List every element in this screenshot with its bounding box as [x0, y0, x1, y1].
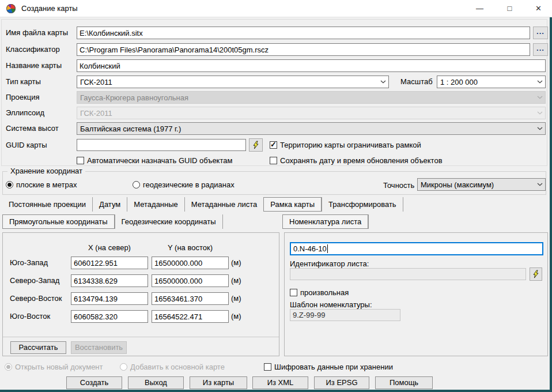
tab-datum[interactable]: Датум — [92, 197, 127, 212]
chevron-down-icon — [535, 111, 545, 115]
exit-button[interactable]: Выход — [128, 376, 184, 389]
scale-combo[interactable]: 1 : 200 000 — [437, 76, 546, 88]
nomenclature-input[interactable] — [290, 242, 543, 255]
corner-label-nw: Северо-Запад — [10, 276, 59, 285]
app-icon — [6, 4, 16, 13]
file-name-label: Имя файла карты — [6, 28, 68, 37]
generate-guid-button[interactable] — [249, 138, 263, 152]
lightning-icon — [532, 270, 540, 278]
ellipsoid-combo: ГСК-2011 — [77, 107, 546, 119]
encrypt-data-checkbox[interactable]: Шифровать данные при хранении — [264, 362, 393, 371]
ne-x-input[interactable] — [71, 292, 148, 305]
se-x-input[interactable] — [71, 310, 148, 323]
unit-label: (м) — [231, 294, 241, 303]
tab-separator — [222, 214, 223, 229]
maximize-icon: □ — [508, 4, 512, 13]
chevron-down-icon — [535, 96, 545, 99]
corner-label-ne: Северо-Восток — [10, 294, 62, 303]
tab-map-frame[interactable]: Рамка карты — [263, 197, 322, 212]
ne-y-input[interactable] — [152, 292, 229, 305]
projection-label: Проекция — [6, 93, 39, 101]
subtab-sheet-nomenclature[interactable]: Номенклатура листа — [282, 214, 368, 229]
chevron-down-icon — [535, 183, 545, 186]
lightning-icon — [252, 141, 260, 149]
checkbox-box — [77, 157, 84, 164]
title-bar: Создание карты — □ ✕ — [0, 0, 552, 17]
from-map-button[interactable]: Из карты — [190, 376, 247, 389]
y-column-header: Y (на восток) — [149, 243, 231, 252]
checkbox-box — [270, 157, 277, 164]
browse-classifier-button[interactable]: ... — [533, 43, 548, 56]
tab-transform[interactable]: Трансформировать — [322, 197, 403, 212]
tab-sheet-metadata[interactable]: Метаданные листа — [184, 197, 264, 212]
unit-label: (м) — [231, 258, 241, 267]
window-edge — [550, 17, 552, 392]
main-tabs: Постоянные проекции Датум Метаданные Мет… — [2, 197, 403, 212]
subtab-rectangular-coordinates[interactable]: Прямоугольные координаты — [2, 214, 115, 229]
generate-sheet-id-button[interactable] — [530, 267, 542, 281]
from-epsg-button[interactable]: Из EPSG — [314, 376, 369, 389]
guid-input[interactable] — [77, 139, 246, 151]
unit-label: (м) — [231, 312, 241, 321]
template-label: Шаблон номенклатуры: — [290, 300, 372, 309]
create-button[interactable]: Создать — [66, 376, 122, 389]
close-button[interactable]: ✕ — [525, 0, 551, 17]
sheet-nomenclature-panel: Идентификатор листа: произвольная Шаблон… — [284, 232, 548, 356]
chevron-down-icon — [535, 80, 545, 84]
height-system-label: Система высот — [6, 124, 59, 133]
precision-combo[interactable]: Микроны (максимум) — [417, 178, 546, 191]
sw-y-input[interactable] — [152, 257, 229, 269]
sw-x-input[interactable] — [71, 257, 148, 269]
tab-separator — [368, 214, 369, 229]
se-y-input[interactable] — [152, 310, 229, 323]
close-icon: ✕ — [535, 4, 542, 13]
save-datetime-checkbox[interactable]: Сохранять дату и время обновления объект… — [270, 156, 443, 165]
tab-constant-projections[interactable]: Постоянные проекции — [2, 197, 92, 212]
unit-label: (м) — [231, 276, 241, 285]
guid-label: GUID карты — [6, 141, 47, 149]
calculate-button[interactable]: Рассчитать — [10, 341, 66, 354]
flat-meters-radio[interactable]: плоские в метрах — [6, 180, 77, 189]
limit-frame-checkbox[interactable]: Территорию карты ограничивать рамкой — [270, 140, 421, 149]
help-button[interactable]: Помощь — [375, 376, 433, 389]
map-type-label: Тип карты — [6, 77, 41, 86]
map-type-combo[interactable]: ГСК-2011 — [77, 76, 389, 88]
browse-file-button[interactable]: ... — [533, 27, 548, 39]
nomenclature-subtabs: Номенклатура листа — [282, 214, 369, 229]
open-new-document-radio: Открыть новый документ — [5, 362, 103, 371]
maximize-button[interactable]: □ — [497, 0, 523, 17]
height-system-combo[interactable]: Балтийская система (1977 г.) — [77, 122, 546, 135]
radio-dot — [133, 181, 140, 189]
chevron-down-icon — [535, 127, 545, 130]
radio-dot — [5, 363, 12, 371]
nw-y-input[interactable] — [152, 274, 229, 287]
auto-guid-checkbox[interactable]: Автоматически назначать GUID объектам — [77, 156, 232, 165]
tab-metadata[interactable]: Метаданные — [127, 197, 184, 212]
window-title: Создание карты — [21, 0, 78, 17]
geodesic-radians-radio[interactable]: геодезические в радианах — [133, 180, 235, 189]
radio-dot — [120, 363, 127, 371]
template-input — [290, 309, 400, 321]
checkbox-box — [264, 363, 271, 371]
file-name-input[interactable] — [77, 27, 530, 39]
minimize-button[interactable]: — — [467, 0, 493, 17]
rectangular-coordinates-panel: X (на север) Y (на восток) Юго-Запад (м)… — [2, 232, 279, 356]
map-name-input[interactable] — [77, 59, 546, 72]
checkbox-box — [290, 289, 297, 296]
group-title: Хранение координат — [7, 167, 85, 175]
chevron-down-icon — [378, 80, 388, 84]
arbitrary-checkbox[interactable]: произвольная — [290, 288, 349, 297]
radio-dot — [6, 181, 13, 189]
restore-button: Восстановить — [71, 341, 127, 354]
minimize-icon: — — [476, 4, 483, 13]
scale-label: Масштаб — [400, 77, 433, 86]
precision-label: Точность — [383, 181, 414, 190]
corner-label-se: Юго-Восток — [10, 312, 50, 321]
x-column-header: X (на север) — [69, 243, 150, 252]
from-xml-button[interactable]: Из XML — [252, 376, 308, 389]
panel-divider — [3, 337, 279, 337]
window-edge — [0, 390, 552, 392]
nw-x-input[interactable] — [71, 274, 148, 287]
classifier-input[interactable] — [77, 43, 530, 56]
subtab-geodesic-coordinates[interactable]: Геодезические координаты — [115, 214, 222, 229]
